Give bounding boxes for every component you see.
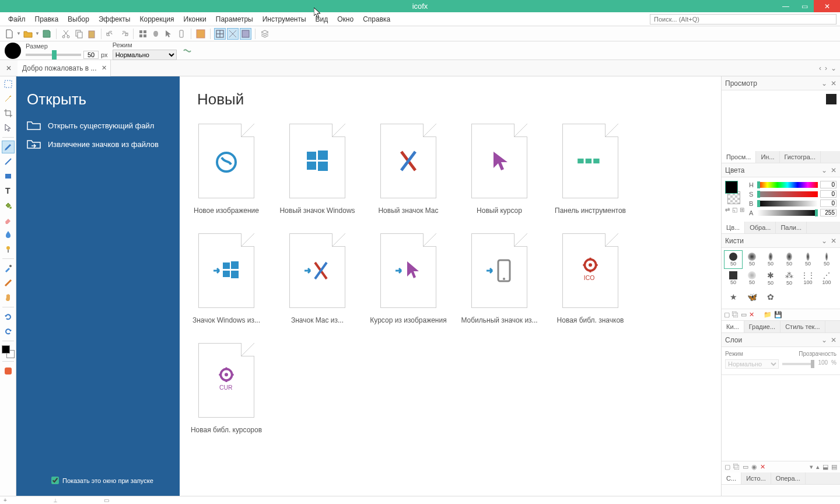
menu-select[interactable]: Выбор <box>63 13 94 25</box>
grid-toggle-1[interactable] <box>214 28 226 40</box>
search-input[interactable] <box>650 14 836 24</box>
new-toolbar[interactable]: Панель инструментов <box>561 124 620 215</box>
tab-welcome[interactable]: Добро пожаловать в ... ✕ <box>18 60 111 76</box>
action-extract-icons[interactable]: Извлечение значков из файлов <box>27 139 169 149</box>
copy-button[interactable] <box>73 28 85 40</box>
brush-preset[interactable]: 50 <box>743 250 761 269</box>
new-image[interactable]: Новое изображение <box>197 124 256 215</box>
layer-up-icon[interactable]: ▴ <box>816 463 820 471</box>
menu-window[interactable]: Окно <box>332 13 358 25</box>
ptab-swatches[interactable]: Обра... <box>745 222 776 233</box>
brush-preset[interactable]: ★ <box>724 288 743 306</box>
mac-icon-from[interactable]: Значок Mac из... <box>288 233 346 324</box>
new-icon-library[interactable]: ICOНовая библ. значков <box>561 233 620 324</box>
tool-rotate-left[interactable] <box>2 310 15 323</box>
tool-record[interactable] <box>2 365 15 377</box>
new-windows-icon[interactable]: Новый значок Windows <box>288 124 346 215</box>
brush-preset[interactable]: 50 <box>724 250 743 269</box>
brush-preset[interactable]: 50 <box>724 269 743 288</box>
size-value-input[interactable] <box>83 51 99 59</box>
panel-collapse-icon[interactable]: ⌄ <box>821 79 827 88</box>
new-mac-icon[interactable]: Новый значок Mac <box>379 124 438 215</box>
bri-slider[interactable] <box>757 201 818 206</box>
layer-new-icon[interactable]: ▢ <box>724 463 730 471</box>
tool-color-swatches[interactable] <box>2 345 15 358</box>
panel-collapse-icon[interactable]: ⌄ <box>821 166 827 174</box>
layer-down-icon[interactable]: ▾ <box>810 463 813 471</box>
brush-preset[interactable]: 50 <box>761 250 780 269</box>
save-button[interactable] <box>41 28 52 40</box>
brush-preset[interactable]: 50 <box>817 250 836 269</box>
panel-close-icon[interactable]: ✕ <box>831 336 836 344</box>
tool-hand[interactable] <box>2 291 15 304</box>
new-cursor[interactable]: Новый курсор <box>470 124 528 215</box>
tool-eraser[interactable] <box>2 214 15 226</box>
layer-delete-icon[interactable]: ✕ <box>760 463 765 471</box>
menu-edit[interactable]: Правка <box>30 13 64 25</box>
default-colors-icon[interactable]: ◱ <box>732 206 737 213</box>
layers-icon[interactable] <box>259 28 271 40</box>
tool-move[interactable] <box>2 121 15 134</box>
tool-text[interactable]: T <box>2 184 15 197</box>
brush-save-icon[interactable]: 💾 <box>774 311 782 318</box>
mobile-icon[interactable] <box>176 28 187 40</box>
layer-flatten-icon[interactable]: ▤ <box>831 463 837 471</box>
windows-icon-from[interactable]: Значок Windows из... <box>197 233 256 324</box>
new-cursor-library[interactable]: CURНовая библ. курсоров <box>197 343 256 434</box>
brush-preset[interactable]: ⋮⋮100 <box>799 269 817 288</box>
sat-slider[interactable] <box>757 191 818 197</box>
tool-crop[interactable] <box>2 107 15 120</box>
menu-effects[interactable]: Эффекты <box>94 13 135 25</box>
new-file-button[interactable] <box>4 28 15 40</box>
brush-open-folder-icon[interactable]: 📁 <box>764 311 772 318</box>
status-add-icon[interactable]: + <box>4 497 7 503</box>
brush-preset[interactable]: 50 <box>780 250 799 269</box>
tool-wand[interactable] <box>2 92 15 105</box>
hue-slider[interactable] <box>757 182 818 188</box>
tool-rotate-right[interactable] <box>2 325 15 338</box>
reset-colors-icon[interactable]: ⊞ <box>740 206 744 213</box>
ptab-preview[interactable]: Просм... <box>722 151 756 163</box>
action-open-file[interactable]: Открыть существующий файл <box>27 120 169 131</box>
cursor-from[interactable]: Курсор из изображения <box>379 233 438 324</box>
layer-mask-icon[interactable]: ◉ <box>751 463 757 471</box>
size-slider[interactable] <box>26 54 81 56</box>
ptab-actions[interactable]: Опера... <box>771 473 806 484</box>
ptab-history[interactable]: Исто... <box>741 473 771 484</box>
layer-mode-select[interactable]: Нормально <box>725 359 779 369</box>
brush-preset[interactable]: 🦋 <box>743 288 761 306</box>
close-button[interactable]: ✕ <box>814 0 840 12</box>
alpha-slider[interactable] <box>757 210 818 216</box>
color-swatch-stack[interactable] <box>725 181 740 204</box>
panel-collapse-icon[interactable]: ⌄ <box>821 336 827 344</box>
ptab-histogram[interactable]: Гистогра... <box>780 151 821 163</box>
tool-dodge[interactable] <box>2 243 15 256</box>
brush-preset[interactable]: ⁂50 <box>780 269 799 288</box>
panel-close-icon[interactable]: ✕ <box>831 79 836 88</box>
brush-new-icon[interactable]: ▢ <box>724 311 730 318</box>
tab-next-icon[interactable]: › <box>825 64 827 72</box>
menu-icons[interactable]: Иконки <box>179 13 211 25</box>
tool-gradient[interactable] <box>2 276 15 289</box>
layer-merge-icon[interactable]: ⬓ <box>822 463 828 471</box>
menu-file[interactable]: Файл <box>4 13 30 25</box>
brush-preset[interactable]: ⋰100 <box>817 269 836 288</box>
tool-blur[interactable] <box>2 228 15 241</box>
sat-value[interactable]: 0 <box>820 190 836 198</box>
bri-value[interactable]: 0 <box>820 200 836 207</box>
brush-preset[interactable]: 50 <box>799 250 817 269</box>
tool-eyedropper[interactable] <box>2 262 15 275</box>
apple-icon[interactable] <box>150 28 162 40</box>
windows-icon[interactable] <box>137 28 149 40</box>
menu-options[interactable]: Параметры <box>211 13 258 25</box>
undo-button[interactable] <box>105 28 117 40</box>
tool-fill[interactable] <box>2 199 15 212</box>
hue-value[interactable]: 0 <box>820 181 836 188</box>
grid-toggle-3[interactable] <box>240 28 251 40</box>
menu-tools[interactable]: Инструменты <box>258 13 311 25</box>
tool-line[interactable] <box>2 155 15 168</box>
tool-marquee[interactable] <box>2 78 15 90</box>
menu-help[interactable]: Справка <box>358 13 395 25</box>
layer-dup-icon[interactable]: ⿻ <box>733 463 740 471</box>
cut-button[interactable] <box>60 28 72 40</box>
